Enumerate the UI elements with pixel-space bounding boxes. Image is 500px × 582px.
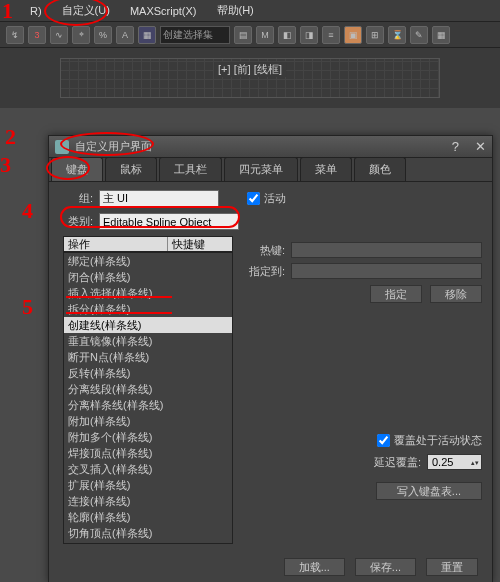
active-check-input[interactable] <box>247 192 260 205</box>
override-check-input[interactable] <box>377 434 390 447</box>
tool-icon[interactable]: A <box>116 26 134 44</box>
list-item[interactable]: 绑定(样条线) <box>64 253 232 269</box>
action-list[interactable]: 绑定(样条线)闭合(样条线)插入选择(样条线)拆分(样条线)创建线(样条线)垂直… <box>63 252 233 544</box>
main-menu: R) 自定义(U) MAXScript(X) 帮助(H) <box>0 0 500 22</box>
menu-maxscript[interactable]: MAXScript(X) <box>130 5 197 17</box>
menu-help[interactable]: 帮助(H) <box>217 3 254 18</box>
tab-quads[interactable]: 四元菜单 <box>224 157 298 181</box>
active-checkbox[interactable]: 活动 <box>247 191 286 206</box>
close-icon[interactable]: ✕ <box>475 139 486 154</box>
tab-keyboard[interactable]: 键盘 <box>51 157 103 181</box>
list-item[interactable]: 插入选择(样条线) <box>64 285 232 301</box>
tool-icon[interactable]: ▤ <box>234 26 252 44</box>
tool-icon[interactable]: ⌛ <box>388 26 406 44</box>
tool-icon[interactable]: ◨ <box>300 26 318 44</box>
tool-icon[interactable]: ▣ <box>344 26 362 44</box>
tool-icon[interactable]: ⊞ <box>366 26 384 44</box>
list-item[interactable]: 断开N点(样条线) <box>64 349 232 365</box>
list-item[interactable]: 分离样条线(样条线) <box>64 397 232 413</box>
category-label: 类别: <box>63 214 93 229</box>
tool-icon[interactable]: ▦ <box>138 26 156 44</box>
save-button[interactable]: 保存... <box>355 558 416 576</box>
hotkey-input[interactable] <box>291 242 482 258</box>
list-item[interactable]: 附加多个(样条线) <box>64 429 232 445</box>
tool-icon[interactable]: ≡ <box>322 26 340 44</box>
col-action[interactable]: 操作 <box>64 237 168 251</box>
dialog-title: 自定义用户界面 <box>75 139 152 154</box>
load-button[interactable]: 加载... <box>284 558 345 576</box>
list-item[interactable]: 拆分(样条线) <box>64 301 232 317</box>
tool-icon[interactable]: ▦ <box>432 26 450 44</box>
list-item[interactable]: 焊接顶点(样条线) <box>64 445 232 461</box>
tab-bar: 键盘 鼠标 工具栏 四元菜单 菜单 颜色 <box>49 158 492 182</box>
tool-icon[interactable]: 3 <box>28 26 46 44</box>
tab-colors[interactable]: 颜色 <box>354 157 406 181</box>
assign-to-input[interactable] <box>291 263 482 279</box>
assign-to-label: 指定到: <box>245 264 285 279</box>
list-header: 操作 快捷键 <box>63 236 233 252</box>
delay-label: 延迟覆盖: <box>374 455 421 470</box>
remove-button[interactable]: 移除 <box>430 285 482 303</box>
viewport-area[interactable]: [+] [前] [线框] <box>0 48 500 108</box>
menu-r[interactable]: R) <box>30 5 42 17</box>
dialog-footer: 加载... 保存... 重置 <box>49 552 492 582</box>
dialog-titlebar[interactable]: 自定义用户界面 ? ✕ <box>49 136 492 158</box>
tool-icon[interactable]: ⌖ <box>72 26 90 44</box>
reset-button[interactable]: 重置 <box>426 558 478 576</box>
category-combo[interactable]: Editable Spline Object <box>99 213 239 230</box>
tool-icon[interactable]: % <box>94 26 112 44</box>
customize-ui-dialog: 自定义用户界面 ? ✕ 键盘 鼠标 工具栏 四元菜单 菜单 颜色 组: 主 UI… <box>48 135 493 582</box>
override-checkbox[interactable]: 覆盖处于活动状态 <box>245 433 482 448</box>
help-icon[interactable]: ? <box>452 139 459 154</box>
override-label: 覆盖处于活动状态 <box>394 433 482 448</box>
delay-spinner[interactable]: 0.25 <box>427 454 482 470</box>
annotation-5: 5 <box>22 294 33 320</box>
list-item[interactable]: 切角顶点(样条线) <box>64 525 232 541</box>
hotkey-label: 热键: <box>245 243 285 258</box>
tool-icon[interactable]: ◧ <box>278 26 296 44</box>
col-shortcut[interactable]: 快捷键 <box>168 237 232 251</box>
tool-icon[interactable]: ↯ <box>6 26 24 44</box>
list-item[interactable]: 创建线(样条线) <box>64 317 232 333</box>
assign-button[interactable]: 指定 <box>370 285 422 303</box>
toolbar: ↯ 3 ∿ ⌖ % A ▦ 创建选择集 ▤ M ◧ ◨ ≡ ▣ ⊞ ⌛ ✎ ▦ <box>0 22 500 48</box>
viewport-label[interactable]: [+] [前] [线框] <box>214 62 286 77</box>
group-combo[interactable]: 主 UI <box>99 190 219 207</box>
list-item[interactable]: 分离线段(样条线) <box>64 381 232 397</box>
list-item[interactable]: 取消绑定(样条线) <box>64 541 232 544</box>
annotation-4: 4 <box>22 198 33 224</box>
selection-set-combo[interactable]: 创建选择集 <box>160 26 230 44</box>
annotation-3: 3 <box>0 152 11 178</box>
tool-icon[interactable]: ✎ <box>410 26 428 44</box>
app-icon <box>55 140 69 154</box>
menu-customize[interactable]: 自定义(U) <box>62 3 110 18</box>
list-item[interactable]: 扩展(样条线) <box>64 477 232 493</box>
group-label: 组: <box>63 191 93 206</box>
list-item[interactable]: 连接(样条线) <box>64 493 232 509</box>
tab-mouse[interactable]: 鼠标 <box>105 157 157 181</box>
tab-menus[interactable]: 菜单 <box>300 157 352 181</box>
annotation-2: 2 <box>5 124 16 150</box>
tool-icon[interactable]: M <box>256 26 274 44</box>
tool-icon[interactable]: ∿ <box>50 26 68 44</box>
list-item[interactable]: 反转(样条线) <box>64 365 232 381</box>
tab-toolbars[interactable]: 工具栏 <box>159 157 222 181</box>
list-item[interactable]: 垂直镜像(样条线) <box>64 333 232 349</box>
write-kbd-button[interactable]: 写入键盘表... <box>376 482 482 500</box>
list-item[interactable]: 轮廓(样条线) <box>64 509 232 525</box>
active-label: 活动 <box>264 191 286 206</box>
list-item[interactable]: 附加(样条线) <box>64 413 232 429</box>
list-item[interactable]: 闭合(样条线) <box>64 269 232 285</box>
list-item[interactable]: 交叉插入(样条线) <box>64 461 232 477</box>
